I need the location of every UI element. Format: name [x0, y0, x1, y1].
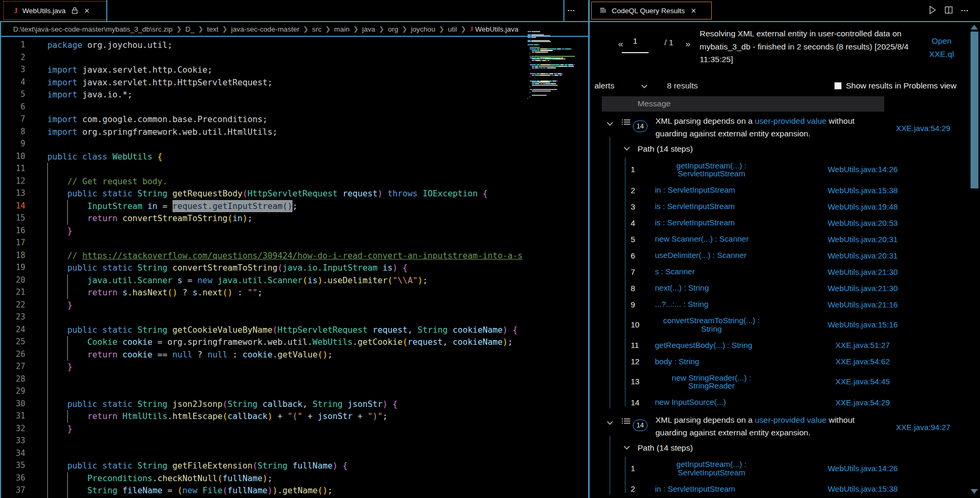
breadcrumb-segment[interactable]: joychou: [411, 25, 436, 33]
alert-message-line1[interactable]: XML parsing depends on a user-provided v…: [655, 116, 855, 126]
step-location-link[interactable]: XXE.java:54:29: [800, 394, 926, 411]
close-tab-icon[interactable]: ✕: [84, 7, 90, 15]
close-tab-icon[interactable]: ✕: [691, 7, 696, 15]
step-label-cell[interactable]: getRequestBody(...) : String: [655, 337, 752, 353]
minimap-line: [549, 73, 553, 74]
step-label-cell[interactable]: is : ServletInputStream: [655, 215, 735, 231]
alert-location-link[interactable]: XXE.java:54:29: [873, 124, 973, 133]
step-location-link[interactable]: XXE.java:54:62: [800, 353, 926, 370]
breadcrumb-segment[interactable]: java: [362, 25, 376, 33]
step-label-link[interactable]: next(...) : String: [655, 284, 709, 292]
tab-codeql-query-results[interactable]: CodeQL Query Results ✕: [591, 2, 712, 19]
step-label-cell[interactable]: getInputStream(...) : ServletInputStream: [655, 456, 768, 481]
breadcrumb-segment[interactable]: D_: [185, 25, 194, 33]
step-location-link[interactable]: WebUtils.java:21:16: [800, 296, 926, 313]
code-editor[interactable]: package org.joychou.util;import javax.se…: [47, 39, 523, 497]
path-label[interactable]: Path (14 steps): [638, 443, 693, 453]
line-number: 4: [0, 76, 25, 89]
step-location-link[interactable]: XXE.java:51:27: [800, 337, 926, 353]
next-page-button[interactable]: »: [685, 39, 690, 49]
message-link[interactable]: user-provided value: [755, 116, 826, 125]
step-label-cell[interactable]: s : Scanner: [655, 264, 695, 280]
breadcrumb-segment[interactable]: src: [312, 25, 321, 33]
breadcrumb-segment[interactable]: java-sec-code-master: [231, 25, 299, 33]
step-label-link[interactable]: convertStreamToString(...) : String: [655, 316, 768, 333]
breadcrumb[interactable]: D:\text\java-sec-code-master\mybatis_3_d…: [0, 22, 588, 36]
step-label-cell[interactable]: useDelimiter(...) : Scanner: [655, 247, 746, 264]
step-label-link[interactable]: new InputSource(...): [655, 398, 726, 406]
step-label-link[interactable]: in : ServletInputStream: [655, 186, 735, 194]
step-label-link[interactable]: in : ServletInputStream: [655, 485, 735, 493]
alert-expand-chevron[interactable]: [607, 122, 613, 126]
step-label-link[interactable]: getInputStream(...) : ServletInputStream: [655, 460, 768, 476]
tab-webutils-java[interactable]: J WebUtils.java ✕: [4, 2, 107, 19]
step-label-cell[interactable]: new InputSource(...): [655, 394, 726, 411]
step-location-link[interactable]: WebUtils.java:15:38: [800, 481, 926, 497]
step-location-link[interactable]: XXE.java:54:45: [800, 370, 926, 394]
breadcrumb-segment[interactable]: org: [388, 25, 398, 33]
scrollbar-thumb[interactable]: [971, 32, 978, 188]
step-label-cell[interactable]: convertStreamToString(...) : String: [655, 313, 768, 337]
panel-more-actions-icon[interactable]: ⋯: [961, 6, 969, 15]
breadcrumb-segment[interactable]: util: [448, 25, 457, 33]
step-label-link[interactable]: ...?...:... : String: [655, 300, 709, 308]
alert-message-line1[interactable]: XML parsing depends on a user-provided v…: [655, 415, 855, 425]
step-location-link[interactable]: WebUtils.java:14:26: [800, 157, 926, 182]
step-location-link[interactable]: WebUtils.java:21:30: [800, 264, 926, 280]
step-label-cell[interactable]: new Scanner(...) : Scanner: [655, 231, 749, 247]
breadcrumb-segment[interactable]: D:\text\java-sec-code-master\mybatis_3_d…: [13, 25, 173, 33]
step-label-cell[interactable]: body : String: [655, 353, 699, 370]
step-label-cell[interactable]: new StringReader(...) : StringReader: [655, 370, 768, 394]
run-query-icon[interactable]: [928, 5, 937, 15]
page-number-input[interactable]: 1: [622, 36, 649, 46]
step-label-cell[interactable]: getInputStream(...) : ServletInputStream: [655, 157, 768, 182]
step-location-link[interactable]: WebUtils.java:20:31: [800, 247, 926, 264]
code-line: return convertStreamToString(in);: [47, 212, 523, 225]
step-label-cell[interactable]: is : ServletInputStream: [655, 198, 735, 215]
problems-view-checkbox[interactable]: [834, 82, 842, 89]
breadcrumb-file[interactable]: WebUtils.java: [473, 25, 518, 33]
path-expand-chevron[interactable]: [623, 146, 630, 151]
path-expand-chevron[interactable]: [623, 445, 630, 450]
breadcrumb-segment[interactable]: text: [207, 25, 219, 33]
step-label-link[interactable]: is : ServletInputStream: [655, 218, 735, 227]
message-column-header[interactable]: Message: [602, 96, 884, 112]
step-location-link[interactable]: WebUtils.java:14:26: [800, 456, 926, 481]
problems-view-label[interactable]: Show results in Problems view: [846, 81, 956, 91]
step-location-link[interactable]: WebUtils.java:20:53: [800, 215, 926, 231]
minimap[interactable]: [528, 0, 580, 498]
step-label-cell[interactable]: in : ServletInputStream: [655, 481, 735, 497]
editor-group-divider[interactable]: [588, 0, 590, 498]
step-label-link[interactable]: getRequestBody(...) : String: [655, 341, 752, 350]
step-label-link[interactable]: useDelimiter(...) : Scanner: [655, 251, 746, 260]
step-label-link[interactable]: s : Scanner: [655, 267, 695, 276]
indent-guide: [67, 410, 68, 423]
code-line: [47, 101, 523, 114]
alert-location-link[interactable]: XXE.java:94:27: [873, 423, 973, 432]
step-location-link[interactable]: WebUtils.java:21:30: [800, 280, 926, 296]
split-editor-icon[interactable]: [945, 6, 953, 14]
step-label-link[interactable]: is : ServletInputStream: [655, 202, 735, 211]
view-select[interactable]: alerts: [594, 81, 614, 91]
alert-message-line2[interactable]: guarding against external entity expansi…: [655, 428, 811, 437]
step-label-link[interactable]: new Scanner(...) : Scanner: [655, 235, 749, 243]
path-label[interactable]: Path (14 steps): [638, 144, 693, 154]
step-location-link[interactable]: WebUtils.java:20:31: [800, 231, 926, 247]
step-location-link[interactable]: WebUtils.java:15:38: [800, 182, 926, 198]
open-query-link[interactable]: OpenXXE.ql: [915, 35, 968, 61]
message-link[interactable]: user-provided value: [755, 415, 826, 424]
step-label-link[interactable]: new StringReader(...) : StringReader: [655, 374, 768, 390]
step-location-link[interactable]: WebUtils.java:15:16: [800, 313, 926, 337]
step-label-cell[interactable]: ...?...:... : String: [655, 296, 709, 313]
breadcrumb-segment[interactable]: main: [334, 25, 349, 33]
line-number: 26: [0, 348, 25, 361]
step-label-cell[interactable]: in : ServletInputStream: [655, 182, 735, 198]
step-label-cell[interactable]: next(...) : String: [655, 280, 709, 296]
alert-expand-chevron[interactable]: [607, 421, 613, 425]
step-location-link[interactable]: WebUtils.java:19:48: [800, 198, 926, 215]
alert-message-line2[interactable]: guarding against external entity expansi…: [655, 129, 811, 138]
step-label-link[interactable]: getInputStream(...) : ServletInputStream: [655, 162, 768, 178]
scrollbar-down-arrow[interactable]: [971, 489, 978, 494]
scrollbar-up-arrow[interactable]: [971, 25, 978, 29]
step-label-link[interactable]: body : String: [655, 357, 699, 366]
